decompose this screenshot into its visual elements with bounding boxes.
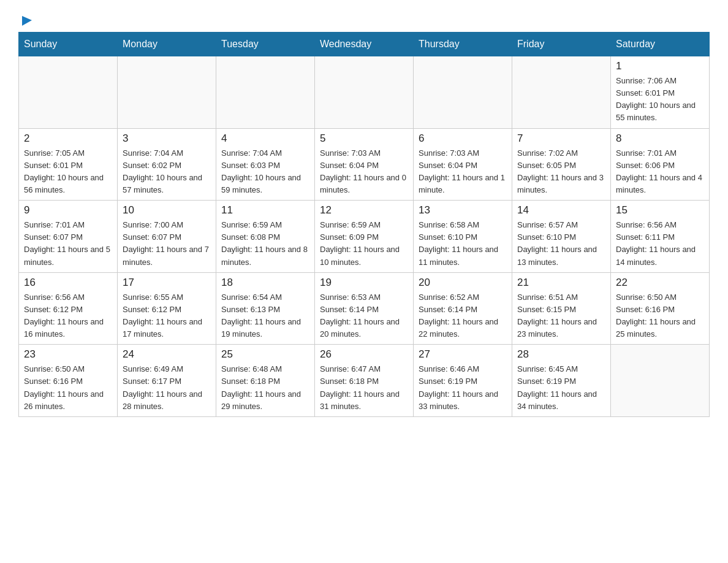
calendar-week-row: 9Sunrise: 7:01 AM Sunset: 6:07 PM Daylig… (19, 201, 710, 273)
day-info: Sunrise: 6:55 AM Sunset: 6:12 PM Dayligh… (123, 291, 211, 341)
calendar-cell: 15Sunrise: 6:56 AM Sunset: 6:11 PM Dayli… (611, 201, 710, 273)
day-number: 25 (221, 348, 309, 361)
day-number: 24 (123, 348, 211, 361)
calendar-cell: 27Sunrise: 6:46 AM Sunset: 6:19 PM Dayli… (414, 345, 512, 417)
day-info: Sunrise: 6:48 AM Sunset: 6:18 PM Dayligh… (221, 363, 309, 413)
calendar-cell (611, 345, 710, 417)
day-number: 3 (123, 132, 211, 145)
day-info: Sunrise: 7:04 AM Sunset: 6:03 PM Dayligh… (221, 147, 309, 197)
day-number: 13 (419, 204, 507, 216)
logo-triangle-icon (20, 13, 33, 27)
calendar-cell (118, 56, 216, 129)
day-info: Sunrise: 6:46 AM Sunset: 6:19 PM Dayligh… (419, 363, 507, 413)
calendar-cell: 24Sunrise: 6:49 AM Sunset: 6:17 PM Dayli… (118, 345, 216, 417)
day-number: 15 (616, 204, 704, 216)
day-number: 18 (221, 277, 309, 289)
day-of-week-header: Monday (118, 33, 216, 56)
day-info: Sunrise: 6:50 AM Sunset: 6:16 PM Dayligh… (24, 363, 112, 413)
calendar-cell: 19Sunrise: 6:53 AM Sunset: 6:14 PM Dayli… (315, 272, 414, 345)
calendar-cell: 9Sunrise: 7:01 AM Sunset: 6:07 PM Daylig… (19, 201, 118, 273)
day-number: 11 (221, 204, 309, 216)
calendar-cell: 2Sunrise: 7:05 AM Sunset: 6:01 PM Daylig… (19, 128, 118, 201)
day-number: 5 (320, 132, 408, 145)
calendar-cell (512, 56, 611, 129)
calendar-week-row: 16Sunrise: 6:56 AM Sunset: 6:12 PM Dayli… (19, 272, 710, 345)
day-number: 10 (123, 204, 211, 216)
day-info: Sunrise: 7:02 AM Sunset: 6:05 PM Dayligh… (517, 147, 605, 197)
calendar-week-row: 1Sunrise: 7:06 AM Sunset: 6:01 PM Daylig… (19, 56, 710, 129)
day-number: 16 (24, 277, 112, 289)
calendar-cell: 14Sunrise: 6:57 AM Sunset: 6:10 PM Dayli… (512, 201, 611, 273)
day-of-week-header: Sunday (19, 33, 118, 56)
calendar-cell: 23Sunrise: 6:50 AM Sunset: 6:16 PM Dayli… (19, 345, 118, 417)
day-number: 8 (616, 132, 704, 145)
day-of-week-header: Friday (512, 33, 611, 56)
day-info: Sunrise: 6:51 AM Sunset: 6:15 PM Dayligh… (517, 291, 605, 341)
calendar-cell: 25Sunrise: 6:48 AM Sunset: 6:18 PM Dayli… (216, 345, 315, 417)
day-number: 1 (616, 60, 704, 72)
calendar-cell: 6Sunrise: 7:03 AM Sunset: 6:04 PM Daylig… (414, 128, 512, 201)
day-number: 4 (221, 132, 309, 145)
calendar-cell: 17Sunrise: 6:55 AM Sunset: 6:12 PM Dayli… (118, 272, 216, 345)
calendar-cell: 16Sunrise: 6:56 AM Sunset: 6:12 PM Dayli… (19, 272, 118, 345)
day-of-week-header: Thursday (414, 33, 512, 56)
day-of-week-header: Tuesday (216, 33, 315, 56)
day-number: 17 (123, 277, 211, 289)
day-number: 26 (320, 348, 408, 361)
day-info: Sunrise: 6:49 AM Sunset: 6:17 PM Dayligh… (123, 363, 211, 413)
day-info: Sunrise: 6:52 AM Sunset: 6:14 PM Dayligh… (419, 291, 507, 341)
calendar-cell: 21Sunrise: 6:51 AM Sunset: 6:15 PM Dayli… (512, 272, 611, 345)
day-number: 23 (24, 348, 112, 361)
day-info: Sunrise: 7:01 AM Sunset: 6:07 PM Dayligh… (24, 219, 112, 269)
day-info: Sunrise: 7:01 AM Sunset: 6:06 PM Dayligh… (616, 147, 704, 197)
day-of-week-header: Saturday (611, 33, 710, 56)
calendar-cell: 13Sunrise: 6:58 AM Sunset: 6:10 PM Dayli… (414, 201, 512, 273)
calendar-cell: 12Sunrise: 6:59 AM Sunset: 6:09 PM Dayli… (315, 201, 414, 273)
day-info: Sunrise: 7:03 AM Sunset: 6:04 PM Dayligh… (419, 147, 507, 197)
calendar-cell: 18Sunrise: 6:54 AM Sunset: 6:13 PM Dayli… (216, 272, 315, 345)
calendar-cell: 20Sunrise: 6:52 AM Sunset: 6:14 PM Dayli… (414, 272, 512, 345)
day-number: 27 (419, 348, 507, 361)
day-number: 2 (24, 132, 112, 145)
day-number: 22 (616, 277, 704, 289)
calendar-cell: 8Sunrise: 7:01 AM Sunset: 6:06 PM Daylig… (611, 128, 710, 201)
day-info: Sunrise: 6:56 AM Sunset: 6:12 PM Dayligh… (24, 291, 112, 341)
day-info: Sunrise: 7:03 AM Sunset: 6:04 PM Dayligh… (320, 147, 408, 197)
calendar-cell: 7Sunrise: 7:02 AM Sunset: 6:05 PM Daylig… (512, 128, 611, 201)
day-info: Sunrise: 6:57 AM Sunset: 6:10 PM Dayligh… (517, 219, 605, 269)
calendar-cell: 26Sunrise: 6:47 AM Sunset: 6:18 PM Dayli… (315, 345, 414, 417)
day-info: Sunrise: 6:54 AM Sunset: 6:13 PM Dayligh… (221, 291, 309, 341)
calendar-table: SundayMondayTuesdayWednesdayThursdayFrid… (18, 32, 710, 417)
calendar-week-row: 2Sunrise: 7:05 AM Sunset: 6:01 PM Daylig… (19, 128, 710, 201)
calendar-cell (19, 56, 118, 129)
day-number: 28 (517, 348, 605, 361)
calendar-cell: 22Sunrise: 6:50 AM Sunset: 6:16 PM Dayli… (611, 272, 710, 345)
calendar-cell: 1Sunrise: 7:06 AM Sunset: 6:01 PM Daylig… (611, 56, 710, 129)
calendar-cell: 10Sunrise: 7:00 AM Sunset: 6:07 PM Dayli… (118, 201, 216, 273)
day-number: 12 (320, 204, 408, 216)
day-info: Sunrise: 6:59 AM Sunset: 6:09 PM Dayligh… (320, 219, 408, 269)
calendar-cell (216, 56, 315, 129)
calendar-cell: 3Sunrise: 7:04 AM Sunset: 6:02 PM Daylig… (118, 128, 216, 201)
day-info: Sunrise: 6:45 AM Sunset: 6:19 PM Dayligh… (517, 363, 605, 413)
svg-marker-0 (22, 16, 32, 26)
day-info: Sunrise: 7:04 AM Sunset: 6:02 PM Dayligh… (123, 147, 211, 197)
calendar-header-row: SundayMondayTuesdayWednesdayThursdayFrid… (19, 33, 710, 56)
calendar-cell (414, 56, 512, 129)
day-number: 9 (24, 204, 112, 216)
calendar-cell: 28Sunrise: 6:45 AM Sunset: 6:19 PM Dayli… (512, 345, 611, 417)
day-number: 6 (419, 132, 507, 145)
day-info: Sunrise: 7:06 AM Sunset: 6:01 PM Dayligh… (616, 75, 704, 124)
day-number: 20 (419, 277, 507, 289)
day-info: Sunrise: 6:58 AM Sunset: 6:10 PM Dayligh… (419, 219, 507, 269)
calendar-cell: 5Sunrise: 7:03 AM Sunset: 6:04 PM Daylig… (315, 128, 414, 201)
calendar-cell (315, 56, 414, 129)
day-number: 7 (517, 132, 605, 145)
day-info: Sunrise: 6:53 AM Sunset: 6:14 PM Dayligh… (320, 291, 408, 341)
day-info: Sunrise: 6:56 AM Sunset: 6:11 PM Dayligh… (616, 219, 704, 269)
calendar-week-row: 23Sunrise: 6:50 AM Sunset: 6:16 PM Dayli… (19, 345, 710, 417)
calendar-cell: 4Sunrise: 7:04 AM Sunset: 6:03 PM Daylig… (216, 128, 315, 201)
day-number: 14 (517, 204, 605, 216)
day-info: Sunrise: 7:05 AM Sunset: 6:01 PM Dayligh… (24, 147, 112, 197)
calendar-cell: 11Sunrise: 6:59 AM Sunset: 6:08 PM Dayli… (216, 201, 315, 273)
